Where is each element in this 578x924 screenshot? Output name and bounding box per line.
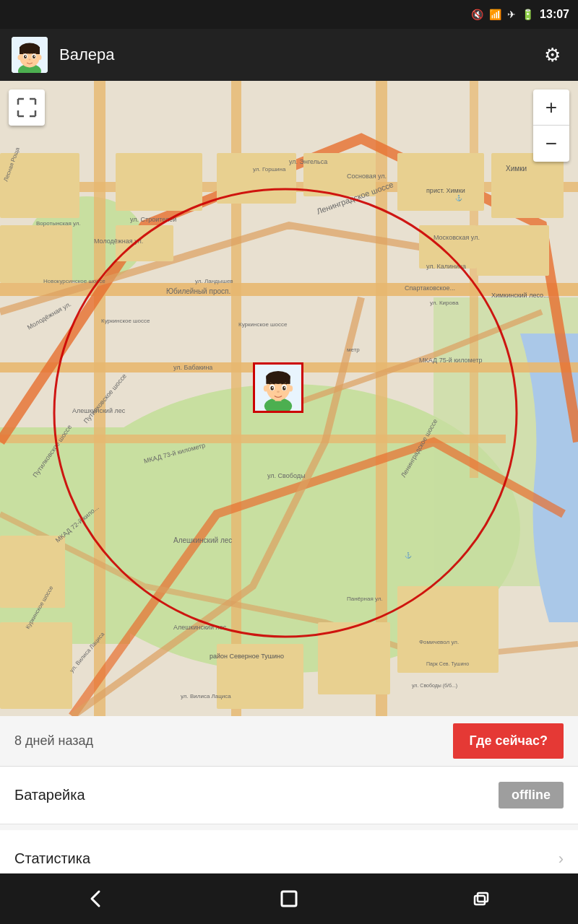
avatar	[12, 37, 48, 73]
svg-text:Куркинское шоссе: Куркинское шоссе	[238, 321, 288, 328]
svg-point-108	[272, 387, 274, 388]
back-button[interactable]	[67, 873, 125, 924]
svg-text:⚓: ⚓	[405, 552, 412, 559]
svg-text:Куркинское шоссе: Куркинское шоссе	[101, 318, 150, 324]
svg-point-13	[29, 59, 31, 61]
zoom-controls: + −	[533, 90, 569, 162]
stats-label: Статистика	[14, 850, 90, 867]
svg-text:МКАД 75-й километр: МКАД 75-й километр	[419, 357, 483, 364]
svg-text:Воротынская ул.: Воротынская ул.	[36, 220, 81, 227]
app-bar: Валера ⚙	[0, 29, 578, 81]
map-marker	[253, 362, 303, 413]
nav-bar	[0, 873, 578, 924]
zoom-out-button[interactable]: −	[533, 126, 569, 162]
svg-rect-29	[397, 153, 484, 211]
svg-text:метр: метр	[347, 346, 360, 353]
where-now-button[interactable]: Где сейчас?	[453, 723, 564, 759]
svg-text:ул. Бабакина: ул. Бабакина	[173, 364, 212, 371]
time-label: 8 дней назад	[14, 733, 93, 749]
svg-point-12	[34, 56, 35, 57]
svg-rect-35	[116, 153, 202, 211]
expand-button[interactable]	[9, 90, 45, 126]
battery-row[interactable]: Батарейка offline	[0, 767, 578, 824]
svg-point-15	[38, 55, 42, 60]
svg-text:ул. Ландышев: ул. Ландышев	[195, 278, 233, 284]
svg-text:ул. Кирова: ул. Кирова	[430, 300, 459, 306]
status-time: 13:07	[540, 8, 569, 21]
svg-rect-6	[36, 47, 40, 54]
svg-text:ул. Горшина: ул. Горшина	[253, 166, 286, 173]
battery-label: Батарейка	[14, 787, 85, 803]
svg-text:ул. Вилиса Лациса: ул. Вилиса Лациса	[181, 693, 231, 699]
svg-text:Московская ул.: Московская ул.	[434, 234, 480, 241]
svg-text:Панёрная ул.: Панёрная ул.	[347, 596, 383, 602]
settings-button[interactable]: ⚙	[538, 40, 566, 69]
svg-text:Алешкинский лес: Алешкинский лес	[72, 407, 126, 414]
svg-text:Фомичевол ул.: Фомичевол ул.	[419, 639, 459, 645]
svg-point-112	[288, 385, 293, 391]
status-bar: 🔇 📶 ✈ 🔋 13:07	[0, 0, 578, 29]
svg-text:Юбилейный просп.: Юбилейный просп.	[166, 287, 230, 295]
svg-text:район Северное Тушино: район Северное Тушино	[210, 653, 284, 660]
home-button[interactable]	[260, 873, 318, 924]
svg-rect-43	[0, 536, 65, 608]
svg-text:ул. Свободы: ул. Свободы	[267, 472, 305, 479]
recent-button[interactable]	[453, 873, 511, 924]
wifi-icon: 📶	[489, 9, 501, 20]
svg-rect-32	[477, 225, 549, 276]
svg-text:ул. Свободы (б/б...): ул. Свободы (б/б...)	[412, 683, 457, 689]
svg-point-106	[270, 386, 273, 391]
airplane-icon: ✈	[507, 9, 516, 20]
svg-text:Сосновая ул.: Сосновая ул.	[347, 173, 387, 180]
battery-icon: 🔋	[522, 9, 534, 20]
svg-rect-115	[475, 896, 485, 905]
svg-point-14	[18, 55, 22, 60]
offline-badge: offline	[499, 782, 564, 808]
svg-rect-34	[0, 225, 72, 283]
svg-text:прист. Химки: прист. Химки	[426, 187, 465, 194]
svg-rect-113	[282, 892, 296, 906]
muted-icon: 🔇	[471, 9, 483, 20]
svg-point-110	[277, 391, 280, 393]
svg-text:Химкинский лесо...: Химкинский лесо...	[491, 292, 549, 299]
svg-text:Парк Сев. Тушино: Парк Сев. Тушино	[426, 661, 469, 667]
svg-point-109	[284, 387, 285, 388]
map-container[interactable]: Ленинградское шоссе Юбилейный просп. Мол…	[0, 81, 578, 716]
svg-text:⚓: ⚓	[455, 194, 462, 201]
svg-text:Спартаковское...: Спартаковское...	[405, 284, 455, 292]
svg-rect-31	[419, 225, 477, 269]
svg-rect-103	[286, 375, 290, 384]
zoom-in-button[interactable]: +	[533, 90, 569, 126]
svg-rect-114	[478, 893, 488, 902]
svg-point-111	[264, 385, 268, 391]
svg-text:ул. Энгельса: ул. Энгельса	[289, 158, 327, 165]
svg-text:Алешкинский лес: Алешкинский лес	[173, 536, 232, 544]
svg-rect-42	[0, 622, 72, 709]
svg-rect-30	[491, 153, 564, 218]
svg-rect-102	[266, 375, 270, 384]
chevron-right-icon: ›	[558, 850, 564, 868]
svg-point-107	[282, 386, 285, 391]
time-row: 8 дней назад Где сейчас?	[0, 716, 578, 767]
svg-text:Химки: Химки	[506, 165, 527, 173]
svg-point-11	[25, 56, 27, 57]
app-title: Валера	[59, 45, 526, 64]
svg-rect-5	[20, 47, 23, 54]
